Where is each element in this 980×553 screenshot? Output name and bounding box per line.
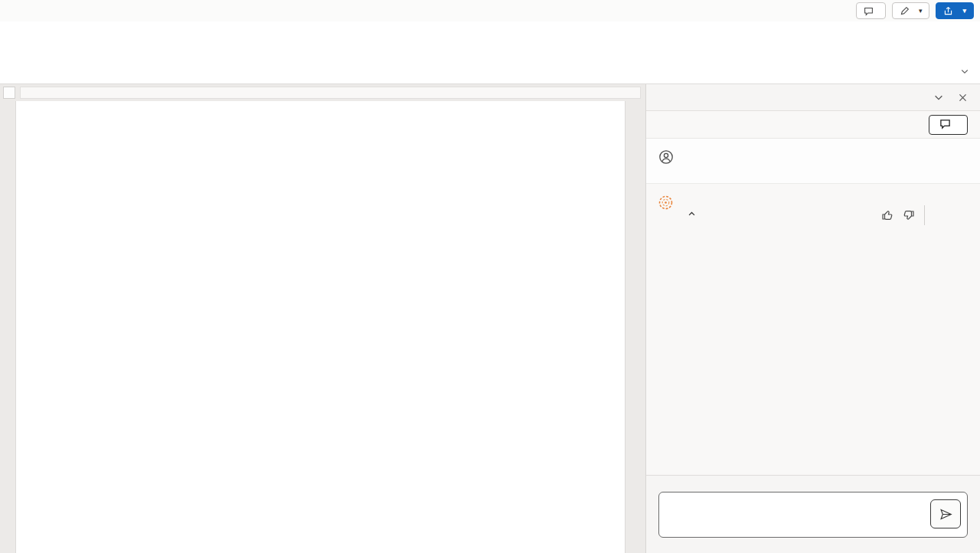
share-icon — [943, 6, 953, 16]
new-chat-button[interactable] — [929, 115, 968, 135]
thumbs-up-icon[interactable] — [881, 209, 893, 221]
chat-messages[interactable] — [646, 139, 980, 475]
ruler-strip — [20, 87, 641, 99]
divider — [924, 205, 925, 225]
collapse-ribbon-button[interactable] — [960, 65, 969, 79]
user-avatar-icon — [658, 149, 674, 168]
chat-input-section — [646, 475, 980, 553]
chat-panel-header — [646, 84, 980, 111]
pencil-icon — [900, 6, 910, 16]
chevron-down-icon: ▾ — [962, 8, 966, 15]
send-message-button[interactable] — [930, 499, 961, 528]
workspace — [0, 84, 980, 553]
document-area — [0, 84, 645, 553]
tab-selector[interactable] — [3, 87, 15, 99]
feedback-icons — [881, 209, 915, 221]
assistant-message — [646, 184, 980, 475]
close-icon[interactable] — [958, 93, 968, 103]
document-page[interactable] — [15, 101, 626, 553]
chevron-up-icon — [688, 210, 696, 221]
horizontal-ruler[interactable] — [0, 84, 645, 101]
thumbs-down-icon[interactable] — [903, 209, 915, 221]
share-button[interactable]: ▾ — [936, 2, 974, 19]
ribbon — [0, 21, 980, 84]
contract-express-chat-panel — [645, 84, 980, 553]
vertical-ruler[interactable] — [0, 101, 15, 553]
chevron-down-icon[interactable] — [933, 92, 944, 103]
menubar: ▾ ▾ — [0, 0, 980, 21]
editing-mode-button[interactable]: ▾ — [892, 2, 930, 19]
word-window: ▾ ▾ — [0, 0, 980, 553]
assistant-avatar-icon — [658, 195, 673, 231]
message-input[interactable] — [658, 492, 968, 538]
sources-header — [682, 205, 968, 225]
chat-bubble-icon — [939, 118, 951, 132]
hide-sources-toggle[interactable] — [682, 210, 881, 221]
comments-button[interactable] — [856, 2, 886, 19]
user-message — [646, 139, 980, 184]
comment-icon — [864, 6, 874, 16]
chat-toolbar — [646, 111, 980, 139]
chevron-down-icon: ▾ — [919, 8, 923, 15]
menubar-right: ▾ ▾ — [856, 2, 974, 19]
document-body — [0, 101, 645, 553]
